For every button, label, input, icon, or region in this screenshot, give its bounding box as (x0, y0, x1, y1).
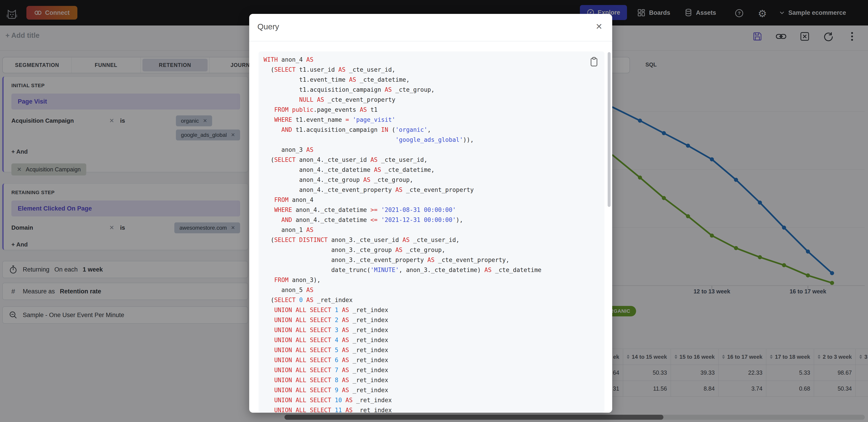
modal-vertical-scrollbar[interactable] (608, 52, 611, 207)
app-root: Connect Explore Boards Assets ? ⚙ (0, 0, 868, 422)
modal-title: Query (257, 22, 279, 31)
copy-icon[interactable] (589, 56, 598, 67)
modal-divider (249, 41, 612, 41)
close-icon[interactable]: ✕ (593, 21, 604, 32)
query-modal: Query ✕ WITH anon_4 AS (SELECT t1.user_i… (249, 14, 612, 413)
sql-code: WITH anon_4 AS (SELECT t1.user_id AS _ct… (258, 52, 604, 413)
sql-code-block: WITH anon_4 AS (SELECT t1.user_id AS _ct… (258, 52, 604, 413)
modal-header: Query ✕ (249, 14, 612, 41)
